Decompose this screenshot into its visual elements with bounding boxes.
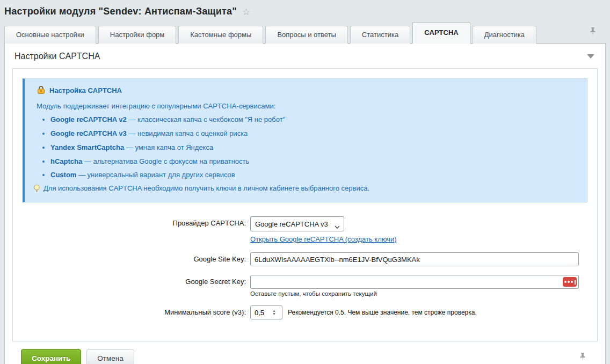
service-item: Google reCAPTCHA v2 — классическая капча… (50, 115, 578, 125)
service-item: Yandex SmartCaptcha — умная капча от Янд… (50, 143, 578, 153)
secret-key-input[interactable] (250, 275, 579, 289)
captcha-provider-select[interactable]: Google reCAPTCHA v3 (250, 216, 344, 231)
tab-captcha[interactable]: CAPTCHA (412, 22, 470, 43)
captcha-form: Провайдер CAPTCHA: Google reCAPTCHA v3 О… (23, 216, 587, 319)
score-input[interactable] (251, 306, 270, 319)
note-header: Настройка CAPTCHA (37, 85, 578, 96)
provider-row: Провайдер CAPTCHA: Google reCAPTCHA v3 О… (23, 216, 587, 244)
pin-icon[interactable] (590, 27, 596, 39)
tab-bar: Основные настройкиНастройки формКастомны… (0, 22, 610, 43)
captcha-services-list: Google reCAPTCHA v2 — классическая капча… (50, 115, 578, 180)
lightbulb-icon (33, 184, 40, 195)
pin-icon-bottom[interactable] (579, 352, 586, 364)
tab-main-settings[interactable]: Основные настройки (4, 26, 96, 43)
secret-key-help: Оставьте пустым, чтобы сохранить текущий (250, 290, 579, 297)
tab-content: Настройка CAPTCHA Модуль поддерживает ин… (12, 68, 598, 341)
cancel-button[interactable]: Отмена (86, 349, 134, 364)
section-header: Настройки CAPTCHA (5, 43, 605, 68)
collapse-section-icon[interactable] (587, 54, 594, 59)
page-title: Настройки модуля "Sendev: Антиспам-Защит… (4, 6, 237, 17)
site-key-label: Google Site Key: (23, 252, 250, 266)
tab-form-settings[interactable]: Настройки форм (98, 26, 176, 43)
title-row: Настройки модуля "Sendev: Антиспам-Защит… (0, 0, 610, 22)
score-row: Минимальный score (v3): ▲▼ Рекомендуется… (23, 305, 587, 319)
note-tip-text: Для использования CAPTCHA необходимо пол… (43, 184, 369, 192)
note-intro: Модуль поддерживает интеграцию с популяр… (37, 102, 578, 110)
provider-label: Провайдер CAPTCHA: (23, 216, 250, 230)
module-settings-page: Настройки модуля "Sendev: Антиспам-Защит… (0, 0, 610, 364)
service-item: Google reCAPTCHA v3 — невидимая капча с … (50, 129, 578, 139)
save-button[interactable]: Сохранить (21, 349, 81, 364)
section-title: Настройки CAPTCHA (14, 52, 100, 61)
open-recaptcha-link[interactable]: Открыть Google reCAPTCHA (создать ключи) (250, 235, 397, 243)
settings-panel: Настройки CAPTCHA Настройка CAPTCHA Мо (4, 43, 606, 364)
favorite-star-icon[interactable]: ☆ (242, 8, 250, 17)
service-item: Custom — универсальный вариант для други… (50, 170, 578, 180)
site-key-row: Google Site Key: (23, 252, 587, 266)
score-input-wrap: ▲▼ (250, 305, 282, 319)
note-title: Настройка CAPTCHA (49, 86, 122, 94)
password-manager-icon[interactable] (563, 277, 577, 287)
score-help: Рекомендуется 0.5. Чем выше значение, те… (288, 309, 477, 316)
tab-faq[interactable]: Вопросы и ответы (265, 26, 347, 43)
footer-row: Сохранить Отмена (21, 349, 598, 364)
service-item: hCaptcha — альтернатива Google с фокусом… (50, 157, 578, 167)
lock-icon (37, 85, 46, 96)
captcha-info-note: Настройка CAPTCHA Модуль поддерживает ин… (23, 78, 587, 202)
site-key-input[interactable] (250, 252, 579, 266)
secret-key-label: Google Secret Key: (23, 275, 250, 289)
score-label: Минимальный score (v3): (23, 305, 250, 319)
note-tip: Для использования CAPTCHA необходимо пол… (33, 184, 578, 195)
tab-statistics[interactable]: Статистика (350, 26, 410, 43)
tab-custom-forms[interactable]: Кастомные формы (178, 26, 263, 43)
tab-diagnostics[interactable]: Диагностика (473, 26, 536, 43)
number-spinner[interactable]: ▲▼ (270, 306, 278, 319)
secret-key-row: Google Secret Key: Оставьте пустым, чтоб… (23, 275, 587, 297)
